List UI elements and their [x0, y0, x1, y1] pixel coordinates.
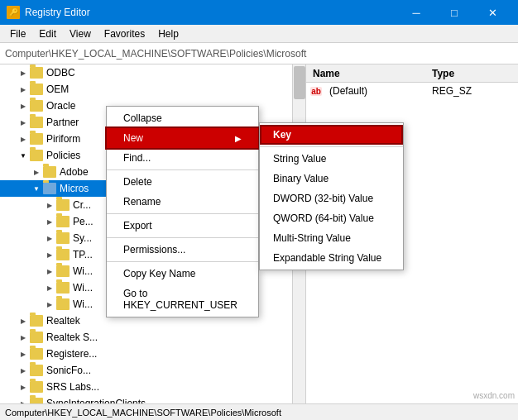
tree-item-realtek-s[interactable]: ▶ Realtek S...: [0, 329, 305, 346]
submenu-multistring-value[interactable]: Multi-String Value: [260, 228, 403, 248]
address-bar: Computer\HKEY_LOCAL_MACHINE\SOFTWARE\Pol…: [0, 43, 518, 64]
submenu-expandable-value[interactable]: Expandable String Value: [260, 248, 403, 268]
ctx-collapse[interactable]: Collapse: [107, 108, 258, 128]
tree-item-label: ODBC: [46, 67, 75, 79]
app-icon: 🔑: [7, 6, 20, 19]
col-name-header: Name: [309, 68, 432, 79]
watermark: wsxdn.com: [473, 391, 515, 400]
folder-icon: [30, 381, 43, 393]
tree-item-odbc[interactable]: ▶ ODBC: [0, 64, 305, 81]
expand-arrow: ▶: [17, 397, 30, 403]
ctx-new[interactable]: New ▶: [107, 128, 258, 148]
submenu-key-label: Key: [273, 129, 291, 141]
submenu-multistring-value-label: Multi-String Value: [273, 232, 351, 244]
ctx-delete[interactable]: Delete: [107, 172, 258, 192]
tree-item-label: Sy...: [73, 232, 92, 244]
folder-icon: [56, 199, 70, 211]
scrollbar-thumb[interactable]: [294, 66, 305, 99]
submenu-dword-value-label: DWORD (32-bit) Value: [273, 193, 373, 204]
ctx-rename[interactable]: Rename: [107, 192, 258, 212]
tree-item-sync[interactable]: ▶ SyncIntegrationClients: [0, 395, 305, 403]
folder-icon: [30, 150, 43, 161]
menu-view[interactable]: View: [63, 26, 98, 41]
close-button[interactable]: ✕: [473, 0, 511, 25]
menu-help[interactable]: Help: [151, 26, 185, 41]
tree-item-label: Cr...: [73, 199, 91, 211]
tree-item-label: OEM: [46, 84, 69, 95]
menu-file[interactable]: File: [3, 26, 32, 41]
status-text: Computer\HKEY_LOCAL_MACHINE\SOFTWARE\Pol…: [5, 408, 281, 418]
tree-item-label: SRS Labs...: [46, 381, 99, 393]
ctx-separator-4: [107, 261, 258, 262]
submenu-dword-value[interactable]: DWORD (32-bit) Value: [260, 189, 403, 208]
ab-icon: ab: [310, 87, 322, 96]
ctx-permissions-label: Permissions...: [123, 244, 185, 255]
submenu: Key String Value Binary Value DWORD (32-…: [259, 122, 404, 270]
ctx-export[interactable]: Export: [107, 216, 258, 236]
menu-edit[interactable]: Edit: [32, 26, 63, 41]
expand-arrow: ▶: [17, 380, 30, 394]
tree-item-label: Realtek S...: [46, 332, 98, 343]
expand-arrow: ▶: [17, 347, 30, 360]
tree-item-label: Micros: [60, 183, 89, 194]
tree-item-label: Wi...: [73, 298, 93, 310]
maximize-button[interactable]: □: [435, 0, 473, 25]
tree-item-registered[interactable]: ▶ Registere...: [0, 346, 305, 362]
expand-arrow: ▶: [43, 248, 56, 261]
ctx-delete-label: Delete: [123, 176, 152, 188]
expand-arrow: ▼: [17, 149, 30, 162]
expand-arrow: ▶: [17, 331, 30, 344]
tree-item-label: Realtek: [46, 315, 80, 327]
folder-icon: [30, 117, 43, 128]
ctx-collapse-label: Collapse: [123, 112, 162, 124]
submenu-qword-value[interactable]: QWORD (64-bit) Value: [260, 208, 403, 228]
expand-arrow: ▶: [17, 132, 30, 146]
ctx-new-label: New: [123, 132, 143, 144]
expand-arrow: ▶: [43, 231, 56, 245]
title-bar-title: Registry Editor: [25, 7, 397, 18]
ctx-goto-hkcu-label: Go to HKEY_CURRENT_USER: [123, 288, 242, 311]
tree-item-label: Registere...: [46, 348, 97, 360]
tree-item-label: Adobe: [60, 166, 89, 178]
submenu-qword-value-label: QWORD (64-bit) Value: [273, 212, 374, 224]
expand-arrow: ▶: [43, 198, 56, 212]
registry-icon: ab: [309, 84, 323, 98]
title-bar: 🔑 Registry Editor ─ □ ✕: [0, 0, 518, 25]
folder-icon: [56, 282, 70, 294]
ctx-permissions[interactable]: Permissions...: [107, 240, 258, 260]
title-bar-controls: ─ □ ✕: [397, 0, 511, 25]
tree-item-label: Pe...: [73, 216, 94, 227]
submenu-binary-value-label: Binary Value: [273, 173, 329, 184]
ctx-goto-hkcu[interactable]: Go to HKEY_CURRENT_USER: [107, 284, 258, 315]
address-label: Computer\HKEY_LOCAL_MACHINE\SOFTWARE\Pol…: [5, 48, 306, 60]
tree-item-label: Piriform: [46, 133, 80, 145]
registry-name: (Default): [326, 85, 432, 97]
folder-icon: [30, 332, 43, 343]
folder-icon: [56, 298, 70, 310]
tree-item-srs[interactable]: ▶ SRS Labs...: [0, 379, 305, 395]
expand-arrow: ▶: [43, 265, 56, 278]
minimize-button[interactable]: ─: [397, 0, 435, 25]
menu-bar: File Edit View Favorites Help: [0, 25, 518, 43]
tree-item-label: SonicFo...: [46, 365, 91, 376]
expand-arrow: ▶: [30, 165, 43, 179]
tree-item-label: Partner: [46, 117, 79, 128]
menu-favorites[interactable]: Favorites: [98, 26, 151, 41]
tree-item-oem[interactable]: ▶ OEM: [0, 81, 305, 98]
registry-row-default[interactable]: ab (Default) REG_SZ: [306, 83, 518, 99]
expand-arrow: ▶: [17, 66, 30, 79]
tree-item-label: Wi...: [73, 282, 93, 294]
expand-arrow: ▶: [17, 314, 30, 327]
submenu-key[interactable]: Key: [260, 125, 403, 145]
ctx-find[interactable]: Find...: [107, 148, 258, 168]
expand-arrow: ▼: [30, 182, 43, 195]
tree-item-sonicfo[interactable]: ▶ SonicFo...: [0, 362, 305, 379]
ctx-copy-key[interactable]: Copy Key Name: [107, 264, 258, 284]
ctx-arrow-icon: ▶: [235, 134, 242, 143]
tree-item-label: Oracle: [46, 100, 75, 112]
ctx-copy-key-label: Copy Key Name: [123, 268, 195, 279]
folder-icon: [43, 166, 56, 178]
submenu-binary-value[interactable]: Binary Value: [260, 169, 403, 189]
ctx-rename-label: Rename: [123, 196, 161, 208]
submenu-string-value[interactable]: String Value: [260, 149, 403, 169]
